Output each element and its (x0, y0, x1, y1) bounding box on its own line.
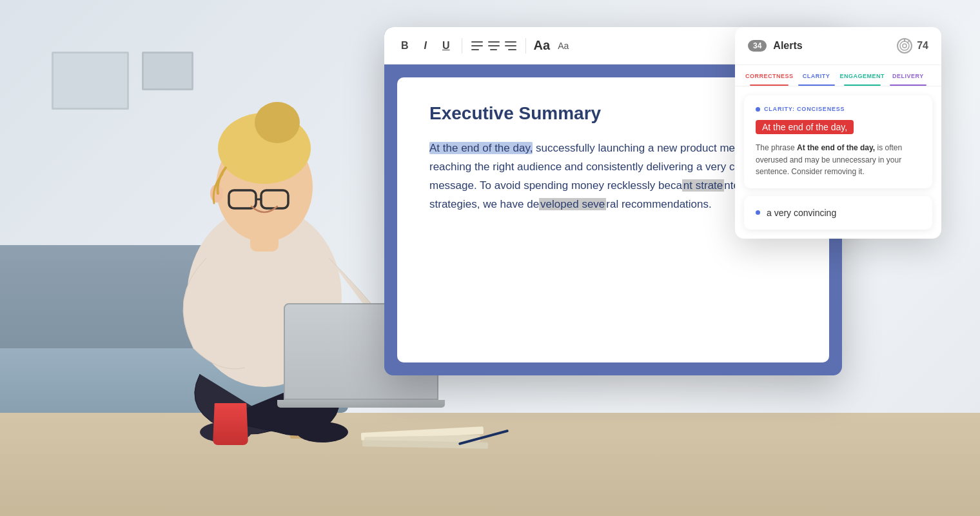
alerts-label: Alerts (773, 40, 890, 52)
grammarly-panel: 34 Alerts 74 CORRECTNESS CLARITY ENGAGEM… (735, 27, 941, 239)
score-number: 74 (917, 40, 928, 52)
books-container (361, 428, 496, 450)
tab-clarity-label: CLARITY (794, 73, 839, 79)
tab-delivery[interactable]: DELIVERY (885, 73, 931, 86)
tab-engagement-line (844, 84, 881, 86)
body-text-4: ral recommendations. (606, 198, 711, 210)
underline-button[interactable]: U (438, 37, 454, 54)
alert-card-1[interactable]: CLARITY: CONCISENESS At the end of the d… (744, 95, 932, 188)
desc-prefix: The phrase (756, 143, 797, 152)
score-icon (896, 37, 913, 54)
tab-delivery-line (890, 84, 926, 86)
alert-suggestion: a very convincing (767, 208, 836, 218)
alert-card-1-label: CLARITY: CONCISENESS (756, 106, 921, 112)
italic-button[interactable]: I (420, 37, 431, 54)
tab-correctness-label: CORRECTNESS (745, 73, 794, 79)
desc-bold: At the end of the day, (797, 143, 875, 152)
font-size-small-button[interactable]: Aa (558, 41, 569, 51)
red-cup (213, 403, 248, 445)
align-right-button[interactable] (504, 40, 518, 52)
align-buttons (470, 40, 518, 52)
align-center-button[interactable] (487, 40, 501, 52)
alert-category-text: CLARITY: CONCISENESS (764, 106, 845, 112)
divider-2 (525, 38, 526, 54)
align-left-button[interactable] (470, 40, 484, 52)
tab-delivery-label: DELIVERY (885, 73, 931, 79)
tab-engagement-label: ENGAGEMENT (839, 73, 885, 79)
svg-point-13 (903, 44, 906, 48)
alert-cards: CLARITY: CONCISENESS At the end of the d… (735, 86, 941, 239)
obscured-text-2: veloped seve (539, 198, 606, 210)
alert-description-1: The phrase At the end of the day, is oft… (756, 142, 921, 178)
tab-clarity[interactable]: CLARITY (794, 73, 839, 86)
laptop-base (277, 400, 445, 408)
alerts-badge: 34 (748, 40, 767, 52)
svg-point-10 (297, 422, 348, 442)
alert-dot-2 (756, 210, 760, 215)
tab-clarity-line (798, 84, 835, 86)
font-size-large-button[interactable]: Aa (534, 38, 551, 53)
category-tabs: CORRECTNESS CLARITY ENGAGEMENT DELIVERY (735, 65, 941, 86)
divider-1 (462, 38, 462, 54)
highlighted-text: At the end of the day, (429, 142, 533, 154)
alert-dot-1 (756, 107, 760, 112)
panel-header: 34 Alerts 74 (735, 27, 941, 65)
score-container: 74 (896, 37, 928, 54)
tab-correctness-line (750, 84, 789, 86)
obscured-text-1: nt strate (682, 179, 724, 192)
highlighted-phrase: At the end of the day, (756, 120, 854, 134)
tab-engagement[interactable]: ENGAGEMENT (839, 73, 885, 86)
alert-card-2[interactable]: a very convincing (744, 196, 932, 230)
bold-button[interactable]: B (397, 37, 413, 54)
svg-point-4 (255, 102, 300, 143)
tab-correctness[interactable]: CORRECTNESS (745, 73, 794, 86)
